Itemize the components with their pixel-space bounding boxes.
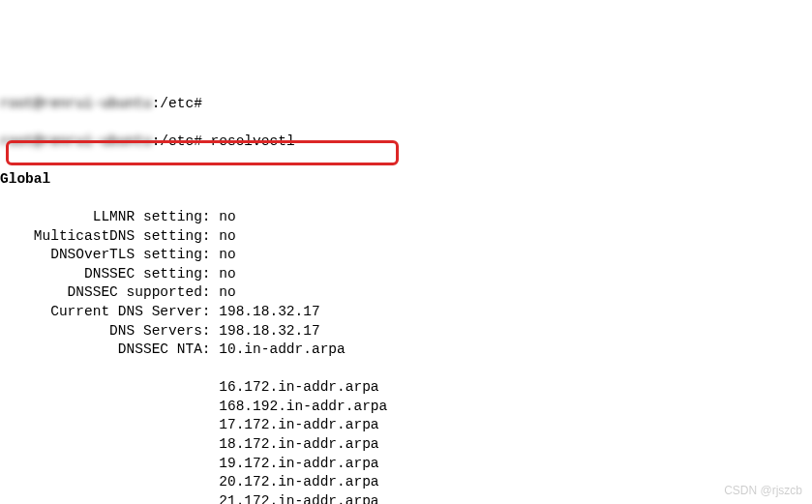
row-value: no	[219, 266, 235, 282]
row-label: Current DNS Server:	[0, 304, 219, 319]
section-header: Global	[0, 170, 812, 190]
row-value: no	[219, 209, 235, 224]
row-current-dns-server: Current DNS Server: 198.18.32.17	[0, 303, 812, 322]
row-value: no	[219, 284, 235, 300]
blurred-user-host-1: root@renrui-ubuntu	[0, 96, 152, 111]
row-dns-servers: DNS Servers: 198.18.32.17	[0, 322, 812, 341]
nta-entry: 21.172.in-addr.arpa	[0, 492, 812, 504]
row-dnssec-setting: DNSSEC setting: no	[0, 265, 812, 284]
row-dnssec-supported: DNSSEC supported: no	[0, 283, 812, 303]
row-label: DNSSEC supported:	[0, 284, 219, 300]
command-text: resolvectl	[211, 133, 295, 149]
terminal-output: root@renrui-ubuntu:/etc# root@renrui-ubu…	[0, 75, 812, 504]
watermark: CSDN @rjszcb	[724, 483, 802, 498]
nta-continuation: 16.172.in-addr.arpa 168.192.in-addr.arpa…	[0, 378, 812, 504]
row-value: no	[219, 247, 235, 262]
row-label: LLMNR setting:	[0, 209, 219, 224]
row-label: MulticastDNS setting:	[0, 228, 219, 244]
row-dnsovertls-setting: DNSOverTLS setting: no	[0, 246, 812, 265]
prompt-line-2: root@renrui-ubuntu:/etc# resolvectl	[0, 133, 812, 152]
row-label: DNSOverTLS setting:	[0, 247, 219, 262]
row-label: DNS Servers:	[0, 323, 219, 339]
row-label: DNSSEC NTA:	[0, 341, 219, 357]
prompt-line-1: root@renrui-ubuntu:/etc#	[0, 95, 812, 114]
nta-entry: 17.172.in-addr.arpa	[0, 416, 812, 435]
row-value: 10.in-addr.arpa	[219, 341, 346, 357]
row-value: no	[219, 228, 235, 244]
nta-entry: 16.172.in-addr.arpa	[0, 378, 812, 398]
nta-entry: 168.192.in-addr.arpa	[0, 398, 812, 417]
row-llmnr-setting: LLMNR setting: no	[0, 208, 812, 227]
row-label: DNSSEC setting:	[0, 266, 219, 282]
nta-entry: 19.172.in-addr.arpa	[0, 455, 812, 474]
prompt-path-1: :/etc#	[152, 96, 202, 111]
row-value: 198.18.32.17	[219, 323, 319, 339]
blurred-user-host-2: root@renrui-ubuntu	[0, 133, 152, 149]
nta-entry: 20.172.in-addr.arpa	[0, 473, 812, 492]
row-multicastdns-setting: MulticastDNS setting: no	[0, 227, 812, 247]
row-dnssec-nta: DNSSEC NTA: 10.in-addr.arpa	[0, 341, 812, 360]
prompt-path-2: :/etc#	[152, 133, 211, 149]
row-value: 198.18.32.17	[219, 304, 319, 319]
nta-entry: 18.172.in-addr.arpa	[0, 435, 812, 455]
settings-rows: LLMNR setting: no MulticastDNS setting: …	[0, 208, 812, 360]
